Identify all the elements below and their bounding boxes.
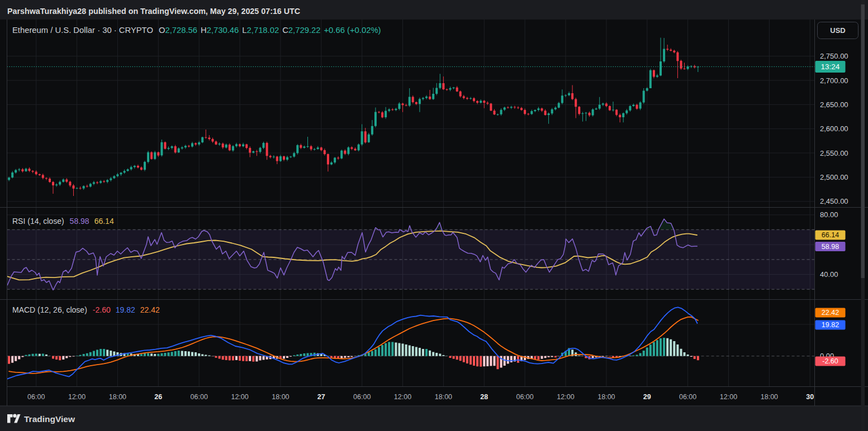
- svg-text:12:00: 12:00: [68, 393, 86, 401]
- svg-text:22.42: 22.42: [822, 309, 839, 317]
- svg-text:30: 30: [806, 393, 814, 401]
- svg-text:2,450.00: 2,450.00: [820, 197, 848, 205]
- svg-text:18:00: 18:00: [597, 393, 615, 401]
- svg-text:12:00: 12:00: [231, 393, 248, 401]
- svg-text:27: 27: [317, 393, 325, 401]
- svg-text:2,750.00: 2,750.00: [820, 52, 848, 60]
- svg-text:2,600.00: 2,600.00: [820, 124, 848, 133]
- svg-text:12:00: 12:00: [557, 393, 574, 401]
- svg-text:06:00: 06:00: [353, 393, 371, 401]
- svg-text:18:00: 18:00: [435, 393, 452, 401]
- svg-text:Ethereum / U.S. Dollar · 30 ·: Ethereum / U.S. Dollar · 30 · CRYPTOO2,7…: [12, 26, 381, 35]
- svg-text:2,500.00: 2,500.00: [820, 173, 848, 181]
- svg-text:2,650.00: 2,650.00: [820, 100, 848, 109]
- svg-text:29: 29: [643, 393, 651, 401]
- svg-text:13:24: 13:24: [821, 63, 840, 71]
- svg-text:ParshwaTurakhiya28 published o: ParshwaTurakhiya28 published on TradingV…: [7, 7, 300, 16]
- svg-text:58.98: 58.98: [822, 243, 839, 251]
- svg-text:06:00: 06:00: [27, 393, 45, 401]
- svg-text:80.00: 80.00: [820, 210, 838, 219]
- svg-text:2,700.00: 2,700.00: [820, 76, 848, 85]
- svg-text:USD: USD: [830, 26, 845, 35]
- svg-text:18:00: 18:00: [761, 393, 778, 401]
- svg-text:28: 28: [480, 393, 488, 401]
- svg-text:18:00: 18:00: [272, 393, 289, 401]
- svg-text:26: 26: [154, 393, 162, 401]
- svg-text:12:00: 12:00: [720, 393, 737, 401]
- svg-text:06:00: 06:00: [516, 393, 533, 401]
- svg-text:19.82: 19.82: [822, 321, 839, 329]
- svg-text:12:00: 12:00: [394, 393, 411, 401]
- svg-text:40.00: 40.00: [820, 270, 838, 279]
- svg-text:2,550.00: 2,550.00: [820, 149, 848, 157]
- svg-text:TradingView: TradingView: [24, 414, 75, 424]
- svg-text:18:00: 18:00: [109, 393, 126, 401]
- svg-text:-2.60: -2.60: [822, 357, 838, 365]
- svg-text:06:00: 06:00: [679, 393, 696, 401]
- svg-text:RSI (14, close)58.9866.14: RSI (14, close)58.9866.14: [12, 217, 114, 226]
- svg-text:06:00: 06:00: [191, 393, 208, 401]
- svg-text:66.14: 66.14: [822, 231, 839, 239]
